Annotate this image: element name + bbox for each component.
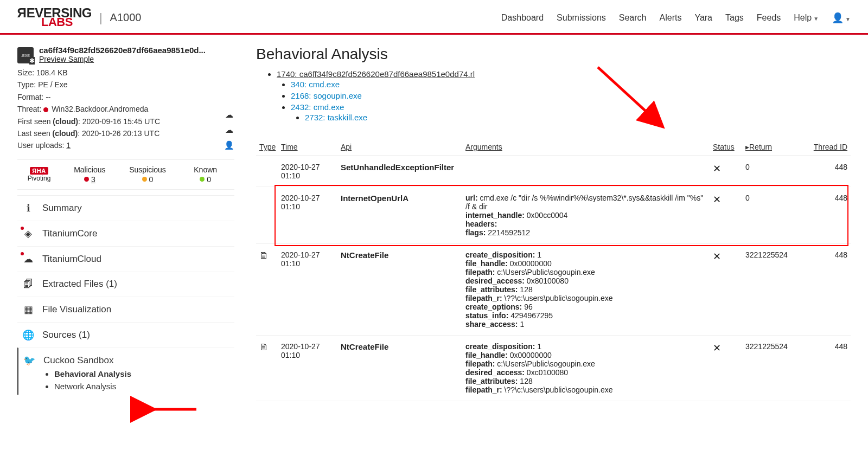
sidebar-item-fileviz[interactable]: ▦File Visualization [17,297,234,322]
page-title: Behavioral Analysis [256,46,851,63]
table-row: 2020-10-27 01:10InternetOpenUrlAurl: cmd… [256,187,851,244]
status-x-icon: ✕ [713,194,721,205]
chevron-down-icon: ▼ [813,16,819,22]
col-api[interactable]: Api [337,138,462,156]
behavioral-table: Type Time Api Arguments Status ▸Return T… [256,138,851,401]
product-name: A1000 [110,11,142,24]
tree-child[interactable]: 340: cmd.exe [291,80,340,89]
col-return[interactable]: ▸Return [742,138,807,156]
file-type-icon: .EXE [17,47,34,63]
tree-grandchild[interactable]: 2732: taskkill.exe [305,113,367,122]
info-icon: ℹ [22,202,35,214]
files-icon: 🗐 [22,279,35,290]
nav-dashboard[interactable]: Dashboard [501,13,544,23]
nav-alerts[interactable]: Alerts [660,13,682,23]
sidebar-item-titaniumcloud[interactable]: ☁TitaniumCloud [17,246,234,272]
status-x-icon: ✕ [713,251,721,262]
diamond-icon: ◈ [22,228,35,240]
col-type[interactable]: Type [256,138,278,156]
stat-known[interactable]: Known 0 [176,165,234,184]
tree-child[interactable]: 2432: cmd.exe [291,102,344,112]
cloud-icon: ☁ [225,124,233,137]
nav-tags[interactable]: Tags [725,13,744,23]
cloud-icon: ☁ [225,108,233,121]
status-x-icon: ✕ [713,163,721,174]
tree-child[interactable]: 2168: sogoupin.exe [291,91,362,100]
cloud-icon: ☁ [22,253,35,265]
col-thread[interactable]: Thread ID [807,138,851,156]
sidebar-item-summary[interactable]: ℹSummary [17,195,234,221]
sidebar-item-titaniumcore[interactable]: ◈TitaniumCore [17,221,234,246]
file-icon: 🗎 [259,250,269,261]
status-x-icon: ✕ [713,343,721,353]
col-time[interactable]: Time [278,138,337,156]
preview-sample-link[interactable]: Preview Sample [39,55,94,63]
nav-submissions[interactable]: Submissions [557,13,606,23]
sidebar-item-cuckoo[interactable]: 🐦Cuckoo Sandbox Behavioral Analysis Netw… [17,348,234,395]
globe-icon: 🌐 [22,329,35,341]
pivoting-badge[interactable]: ЯНА Pivoting [17,167,61,182]
sandbox-icon: 🐦 [23,355,36,366]
nav-yara[interactable]: Yara [694,13,712,23]
col-status[interactable]: Status [710,138,742,156]
tree-root[interactable]: 1740: ca6ff34f9c82fd526620e87df66aea9851… [277,69,475,79]
grid-icon: ▦ [22,304,35,316]
sidebar-item-sources[interactable]: 🌐Sources (1) [17,322,234,348]
user-icon: 👤 [224,139,234,152]
nav-feeds[interactable]: Feeds [757,13,781,23]
threat-dot-icon [43,107,48,112]
sidebar-sub-behavioral[interactable]: Behavioral Analysis [54,368,230,380]
user-uploads-link[interactable]: 1 [66,141,71,150]
file-icon: 🗎 [259,342,269,352]
nav-help[interactable]: Help▼ [794,13,819,23]
sidebar-item-extracted[interactable]: 🗐Extracted Files (1) [17,272,234,297]
nav-search[interactable]: Search [619,13,647,23]
table-row: 🗎2020-10-27 01:10NtCreateFilecreate_disp… [256,244,851,336]
col-args[interactable]: Arguments [462,138,710,156]
user-menu[interactable]: 👤▼ [832,12,851,24]
table-row: 2020-10-27 01:10SetUnhandledExceptionFil… [256,156,851,187]
stat-suspicious[interactable]: Suspicious 0 [119,165,177,184]
logo[interactable]: REVERSING LABS [17,8,92,28]
sample-hash: ca6ff34f9c82fd526620e87df66aea9851e0d... [39,46,206,55]
stat-malicious[interactable]: Malicious 3 [61,165,119,184]
table-row: 🗎2020-10-27 01:10NtCreateFilecreate_disp… [256,336,851,401]
sidebar-sub-network[interactable]: Network Analysis [54,380,230,393]
chevron-down-icon: ▼ [845,16,851,22]
threat-name[interactable]: Win32.Backdoor.Andromeda [52,105,148,113]
